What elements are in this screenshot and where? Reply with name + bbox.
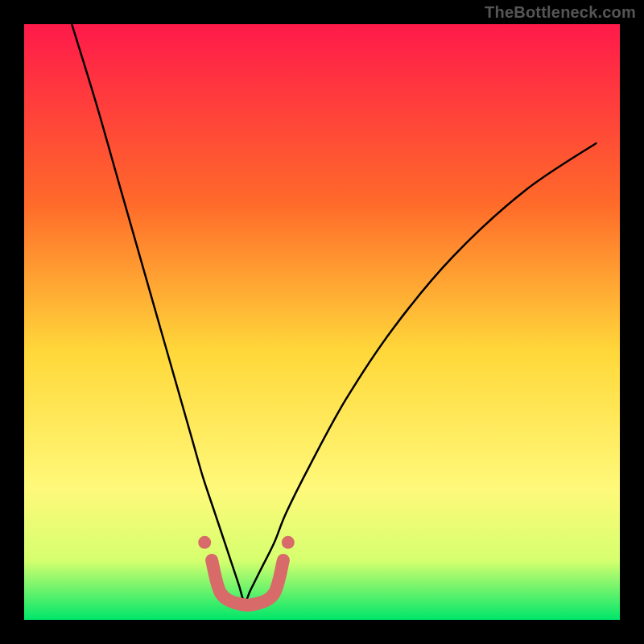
- valley-dot-left: [198, 536, 211, 549]
- valley-dot-right: [282, 536, 295, 549]
- watermark-text: TheBottleneck.com: [485, 3, 636, 22]
- plot-area: [24, 24, 620, 620]
- bottleneck-chart: [0, 0, 644, 644]
- chart-stage: TheBottleneck.com: [0, 0, 644, 644]
